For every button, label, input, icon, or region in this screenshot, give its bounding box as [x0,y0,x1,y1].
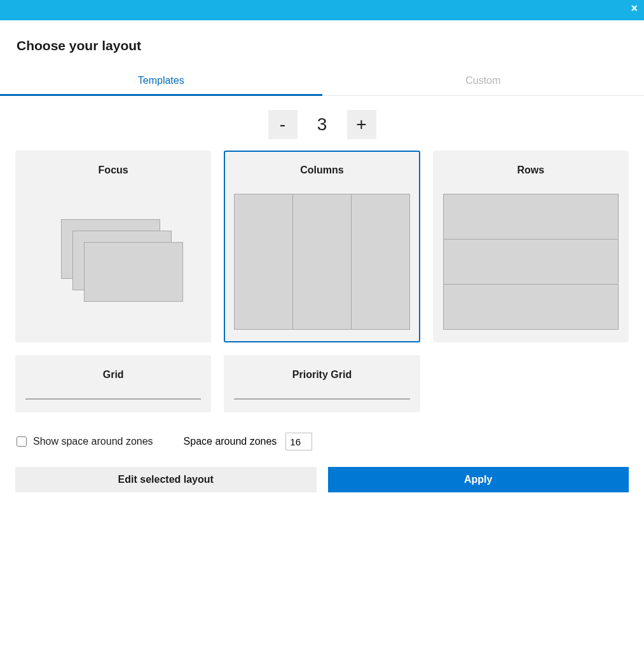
show-space-checkbox-label[interactable]: Show space around zones [17,436,153,447]
layout-label: Columns [300,165,343,176]
layout-label: Priority Grid [292,369,352,381]
apply-button[interactable]: Apply [328,467,629,492]
edit-layout-button[interactable]: Edit selected layout [15,467,317,492]
layout-label: Grid [103,369,124,381]
layout-card-grid[interactable]: Grid [15,355,211,412]
tab-custom[interactable]: Custom [322,69,645,95]
page-title: Choose your layout [17,38,644,53]
layout-preview-columns [234,194,409,330]
tab-templates[interactable]: Templates [0,69,322,96]
layout-label: Rows [517,165,544,176]
zone-count-value: 3 [306,114,338,135]
space-around-input[interactable] [285,433,312,450]
layout-grid: Focus Columns Rows Grid [0,151,644,412]
space-around-zones-group: Space around zones [184,433,313,450]
preview-row [444,194,618,240]
layout-preview-grid [25,398,201,400]
layout-label: Focus [99,165,128,176]
preview-column [352,194,409,329]
close-icon[interactable]: × [631,3,638,14]
preview-column [235,194,293,329]
layout-preview-rows [443,194,619,330]
show-space-checkbox[interactable] [17,436,27,447]
space-around-label: Space around zones [184,436,277,447]
preview-window [84,242,183,302]
preview-row [444,240,618,285]
dialog-content: Choose your layout Templates Custom - 3 … [0,20,644,648]
decrement-button[interactable]: - [268,110,298,139]
layout-card-focus[interactable]: Focus [15,151,211,342]
layout-preview-focus [31,194,196,330]
increment-button[interactable]: + [347,110,376,139]
tabs: Templates Custom [0,69,644,96]
layout-card-rows[interactable]: Rows [433,151,629,342]
options-row: Show space around zones Space around zon… [0,424,644,456]
layout-card-priority-grid[interactable]: Priority Grid [224,355,420,412]
footer-buttons: Edit selected layout Apply [0,456,644,506]
preview-row [444,285,618,329]
layout-preview-priority-grid [234,398,409,400]
zone-count-stepper: - 3 + [0,110,644,139]
layout-card-columns[interactable]: Columns [224,151,420,342]
title-bar: × [0,0,644,20]
preview-column [293,194,352,329]
show-space-text: Show space around zones [33,436,153,447]
